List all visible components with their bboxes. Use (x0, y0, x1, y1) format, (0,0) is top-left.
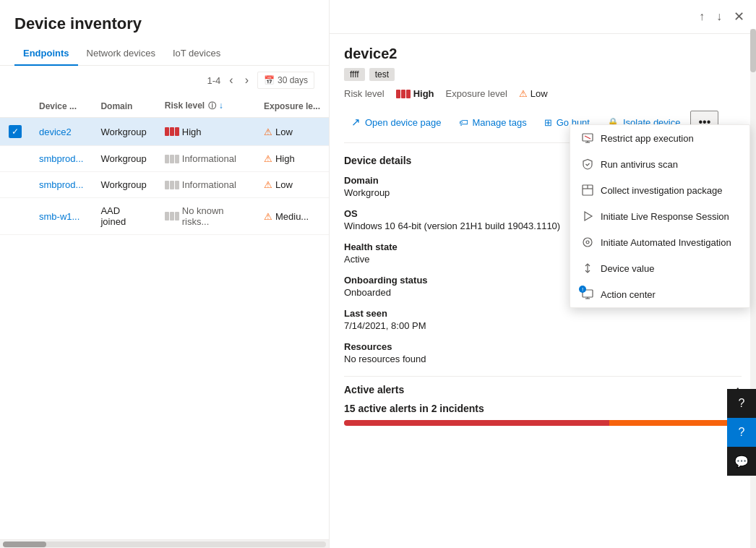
risk-cell: High (156, 118, 255, 146)
horizontal-scrollbar[interactable] (0, 539, 329, 548)
table-row[interactable]: smbprod... Workgroup Informational (0, 146, 329, 172)
risk-bar-2 (170, 212, 174, 221)
col-device: Device ... (30, 95, 92, 118)
checkbox-checked-icon (9, 125, 22, 138)
run-antivirus-label: Run antivirus scan (601, 159, 678, 170)
chat-button[interactable]: 💬 (727, 447, 756, 476)
panel-header: ↑ ↓ ✕ (330, 0, 756, 34)
dropdown-menu: Restrict app execution Run antivirus sca… (570, 124, 750, 308)
device-name-cell: device2 (30, 118, 92, 146)
scroll-thumb (3, 541, 46, 547)
restrict-app-button[interactable]: Restrict app execution (570, 125, 749, 151)
risk-cell: Informational (156, 172, 255, 198)
risk-bar-1 (165, 181, 169, 189)
collect-package-button[interactable]: Collect investigation package (570, 177, 749, 203)
alert-bar-high (344, 420, 609, 426)
help-button-2[interactable]: ? (727, 418, 756, 447)
risk-bar-3 (175, 212, 179, 221)
manage-tags-button[interactable]: 🏷 Manage tags (452, 113, 534, 132)
device-value-button[interactable]: Device value (570, 255, 749, 281)
open-device-icon: ↗ (351, 116, 361, 129)
device-detail-panel: ↑ ↓ ✕ device2 ffff test Risk level (330, 0, 756, 548)
next-button[interactable]: › (242, 72, 252, 88)
risk-info-icon[interactable]: ⓘ (208, 101, 216, 110)
package-icon (582, 184, 593, 196)
device-name-cell: smb-w1... (30, 198, 92, 235)
col-risk[interactable]: Risk level ⓘ ↓ (156, 95, 255, 118)
row-checkbox[interactable] (0, 146, 30, 172)
col-exposure: Exposure le... (255, 95, 329, 118)
row-checkbox[interactable] (0, 198, 30, 235)
table-row[interactable]: device2 Workgroup High (0, 118, 329, 146)
question-icon-1: ? (739, 397, 745, 410)
scroll-track (3, 541, 326, 547)
live-response-label: Initiate Live Response Session (601, 211, 729, 222)
exposure-cell: ⚠ Mediu... (255, 198, 329, 235)
tab-network-devices[interactable]: Network devices (78, 42, 164, 66)
restrict-app-label: Restrict app execution (601, 133, 694, 144)
panel-risk-bars (396, 90, 411, 98)
warning-icon: ⚠ (264, 211, 272, 222)
risk-bar-1 (165, 127, 169, 136)
restrict-app-icon (582, 132, 593, 144)
panel-prev-button[interactable]: ↑ (696, 6, 708, 27)
panel-device-name: device2 (344, 46, 742, 62)
risk-bar-1 (165, 155, 169, 163)
tab-iot-devices[interactable]: IoT devices (164, 42, 229, 66)
gear-circle-icon (582, 236, 593, 248)
run-antivirus-button[interactable]: Run antivirus scan (570, 151, 749, 177)
alerts-header[interactable]: Active alerts ∧ (344, 376, 742, 403)
tab-endpoints[interactable]: Endpoints (14, 42, 78, 66)
tabs-bar: Endpoints Network devices IoT devices (0, 42, 329, 66)
domain-cell: Workgroup (92, 172, 155, 198)
domain-cell: Workgroup (92, 118, 155, 146)
risk-cell: No known risks... (156, 198, 255, 235)
risk-bar-3 (175, 127, 179, 136)
device-table: Device ... Domain Risk level ⓘ ↓ Exposur… (0, 95, 329, 539)
exposure-warning-icon: ⚠ (519, 88, 528, 99)
domain-cell: AAD joined (92, 198, 155, 235)
collect-package-label: Collect investigation package (601, 185, 722, 196)
date-filter-button[interactable]: 📅 30 days (257, 72, 314, 89)
automated-investigation-button[interactable]: Initiate Automated Investigation (570, 229, 749, 255)
resources-detail: Resources No resources found (344, 341, 742, 364)
shield-icon (582, 158, 593, 170)
panel-close-button[interactable]: ✕ (731, 6, 747, 27)
action-center-button[interactable]: ! Action center (570, 281, 749, 307)
svg-line-3 (585, 136, 590, 139)
warning-icon: ⚠ (264, 179, 272, 190)
automated-investigation-label: Initiate Automated Investigation (601, 237, 731, 248)
tag-ffff: ffff (344, 68, 365, 81)
hunt-icon: ⊞ (544, 117, 552, 128)
pagination-text: 1-4 (207, 75, 221, 86)
risk-bars-high (165, 127, 179, 136)
svg-point-9 (586, 241, 589, 244)
table-row[interactable]: smbprod... Workgroup Informational (0, 172, 329, 198)
question-icon-2: ? (739, 426, 745, 439)
panel-next-button[interactable]: ↓ (713, 6, 725, 27)
date-label: 30 days (278, 75, 308, 85)
alerts-count: 15 active alerts in 2 incidents (344, 403, 742, 414)
row-checkbox[interactable] (0, 172, 30, 198)
col-check (0, 95, 30, 118)
alerts-section: Active alerts ∧ 15 active alerts in 2 in… (344, 376, 742, 426)
page-title: Device inventory (0, 0, 329, 42)
left-panel: Device inventory Endpoints Network devic… (0, 0, 330, 548)
svg-marker-7 (585, 212, 592, 221)
alert-bar-medium (609, 420, 742, 426)
tag-test: test (369, 68, 395, 81)
live-response-button[interactable]: Initiate Live Response Session (570, 203, 749, 229)
calendar-icon: 📅 (264, 75, 275, 85)
device-name-cell: smbprod... (30, 172, 92, 198)
notification-badge: ! (579, 286, 586, 293)
row-checkbox[interactable] (0, 118, 30, 146)
col-domain: Domain (92, 95, 155, 118)
device-name-cell: smbprod... (30, 146, 92, 172)
help-button-1[interactable]: ? (727, 389, 756, 418)
svg-point-8 (583, 238, 592, 247)
open-device-page-button[interactable]: ↗ Open device page (344, 111, 449, 133)
table-row[interactable]: smb-w1... AAD joined No known risks... (0, 198, 329, 235)
risk-bar-2 (170, 127, 174, 136)
prev-button[interactable]: ‹ (226, 72, 236, 88)
toolbar: 1-4 ‹ › 📅 30 days (0, 66, 329, 95)
